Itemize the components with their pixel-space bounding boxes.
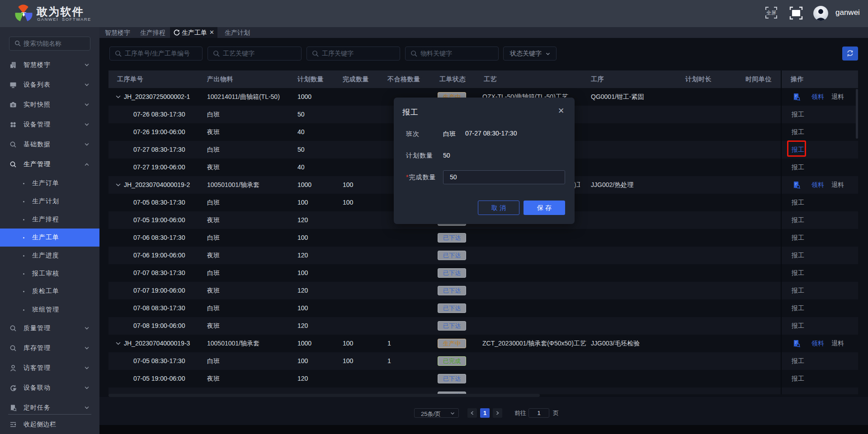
svg-text:全屏: 全屏 [766, 10, 776, 15]
